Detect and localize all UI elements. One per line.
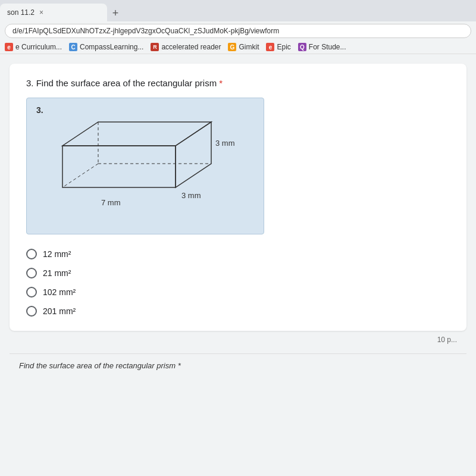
option-2-label: 21 mm²: [43, 268, 71, 278]
new-tab-button[interactable]: +: [107, 5, 124, 21]
page-indicator: 10 p...: [437, 336, 457, 344]
bookmark-epic-label: Epic: [277, 43, 290, 51]
page-bottom: 10 p...: [10, 331, 466, 349]
question-title: 3. Find the surface area of the rectangu…: [26, 78, 450, 88]
radio-1[interactable]: [26, 249, 37, 259]
option-3[interactable]: 102 mm²: [26, 287, 450, 298]
option-4-label: 201 mm²: [43, 306, 76, 316]
ar-icon: R: [151, 43, 159, 51]
question-number: 3.: [26, 78, 34, 88]
bookmark-gimkit-label: Gimkit: [239, 43, 259, 51]
page-content: 3. Find the surface area of the rectangu…: [0, 54, 476, 387]
bookmark-compass[interactable]: C CompassLearning...: [69, 43, 143, 51]
svg-text:3 mm: 3 mm: [181, 191, 201, 200]
tab-bar: son 11.2 × +: [0, 0, 476, 21]
options-list: 12 mm² 21 mm² 102 mm² 201 mm²: [26, 249, 450, 317]
option-1[interactable]: 12 mm²: [26, 249, 450, 259]
compass-icon: C: [69, 43, 77, 51]
prism-diagram: 3 mm 3 mm 7 mm: [39, 110, 253, 223]
active-tab[interactable]: son 11.2 ×: [0, 4, 107, 21]
next-question-hint: Find the surface area of the rectangular…: [19, 361, 181, 370]
svg-marker-0: [62, 146, 176, 187]
bookmark-ar-label: accelerated reader: [161, 43, 221, 51]
tab-title: son 11.2: [7, 8, 35, 17]
tab-close-button[interactable]: ×: [39, 8, 43, 17]
bookmark-forstude[interactable]: Q For Stude...: [298, 43, 346, 51]
option-1-label: 12 mm²: [43, 249, 71, 259]
option-3-label: 102 mm²: [43, 287, 76, 297]
address-bar-row: d/e/1FAIpQLSdEDXuNhOTzxZ-jhlgepdV3zgxOcQ…: [0, 21, 476, 40]
svg-line-5: [62, 164, 98, 187]
curriculum-icon: e: [5, 43, 13, 51]
question-text: Find the surface area of the rectangular…: [36, 78, 217, 88]
bookmark-gimkit[interactable]: G Gimkit: [228, 43, 259, 51]
bottom-hint: Find the surface area of the rectangular…: [10, 353, 466, 377]
address-bar[interactable]: d/e/1FAIpQLSdEDXuNhOTzxZ-jhlgepdV3zgxOcQ…: [5, 24, 471, 38]
svg-text:7 mm: 7 mm: [101, 198, 121, 207]
bookmark-epic[interactable]: e Epic: [266, 43, 290, 51]
radio-2[interactable]: [26, 268, 37, 278]
option-4[interactable]: 201 mm²: [26, 306, 450, 317]
svg-marker-1: [62, 122, 211, 146]
option-2[interactable]: 21 mm²: [26, 268, 450, 278]
bookmark-compass-label: CompassLearning...: [80, 43, 143, 51]
required-marker: *: [219, 78, 223, 88]
bookmark-curriculum-label: e Curriculum...: [15, 43, 62, 51]
radio-4[interactable]: [26, 306, 37, 317]
radio-3[interactable]: [26, 287, 37, 298]
bookmark-forstude-label: For Stude...: [309, 43, 346, 51]
bookmarks-bar: e e Curriculum... C CompassLearning... R…: [0, 40, 476, 54]
diagram-container: 3. 3 mm 3 mm: [26, 98, 264, 234]
question-card: 3. Find the surface area of the rectangu…: [10, 64, 466, 331]
gimkit-icon: G: [228, 43, 236, 51]
browser-chrome: son 11.2 × + d/e/1FAIpQLSdEDXuNhOTzxZ-jh…: [0, 0, 476, 54]
svg-text:3 mm: 3 mm: [215, 139, 235, 148]
epic-icon: e: [266, 43, 274, 51]
bookmark-ar[interactable]: R accelerated reader: [151, 43, 221, 51]
svg-marker-2: [176, 122, 211, 187]
bookmark-curriculum[interactable]: e e Curriculum...: [5, 43, 62, 51]
forstude-icon: Q: [298, 43, 306, 51]
